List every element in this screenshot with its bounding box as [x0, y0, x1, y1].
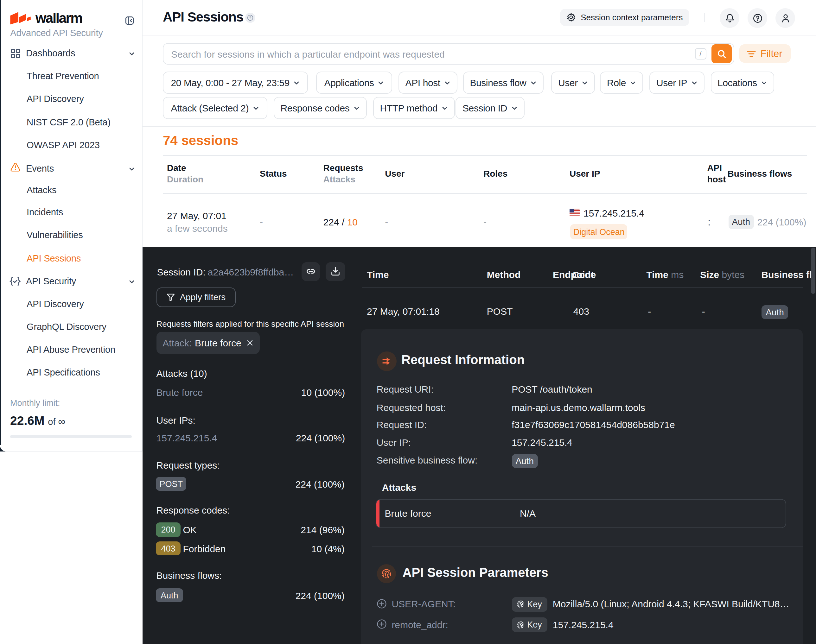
svg-text:?: ?	[249, 15, 252, 20]
